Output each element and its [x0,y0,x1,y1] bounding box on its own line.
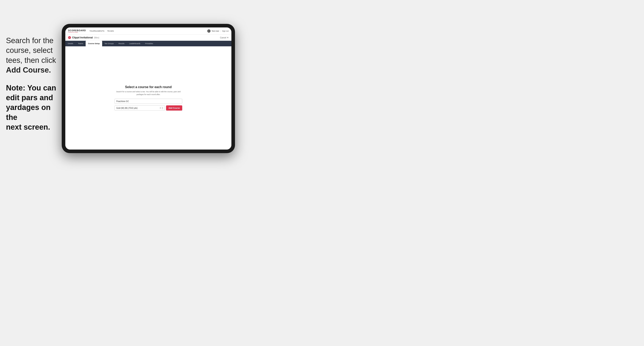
tournament-name: Clippd Invitational [72,36,93,39]
tab-printables[interactable]: Printables [143,41,156,46]
tab-teams[interactable]: Teams [76,41,86,46]
tournament-header: C Clippd Invitational (Men) Cancel ✕ [65,35,232,41]
tab-tee-groups[interactable]: Tee Groups [102,41,116,46]
tee-select-text: Gold (M) (M) (7010 yds) [116,107,160,109]
tee-arrow-down[interactable]: ▼ [162,108,163,109]
tournament-title: C Clippd Invitational (Men) [68,36,99,39]
user-name: Test User [212,30,219,32]
annotation-bold: Add Course. [6,66,51,74]
tab-results[interactable]: Results [116,41,127,46]
course-section: Select a course for each round Search fo… [114,85,182,111]
tee-arrows: ▲ ▼ [162,107,163,109]
top-nav: SCOREBOARD Powered by clippd TOURNAMENTS… [65,27,232,35]
tablet-device: SCOREBOARD Powered by clippd TOURNAMENTS… [62,24,235,153]
sign-out-link[interactable]: Sign out [222,30,228,32]
add-course-button[interactable]: Add Course [166,105,182,111]
logo-sub: Powered by clippd [68,32,86,33]
course-search-input[interactable] [114,99,182,104]
main-content: Select a course for each round Search fo… [65,46,232,150]
nav-links: TOURNAMENTS TEAMS [90,30,207,32]
user-area: U Test User | Sign out [207,29,228,33]
tab-leaderboards[interactable]: Leaderboards [127,41,143,46]
nav-teams[interactable]: TEAMS [107,30,114,32]
tab-bar: Details Teams Course Setup Tee Groups Re… [65,41,232,46]
tab-details[interactable]: Details [65,41,76,46]
section-title: Select a course for each round [125,85,172,89]
section-description: Search for a course and select a tee. Yo… [114,90,182,96]
tournament-logo: C [68,36,71,39]
cancel-button[interactable]: Cancel ✕ [220,36,228,39]
tee-arrow-up[interactable]: ▲ [162,107,163,108]
tablet-screen: SCOREBOARD Powered by clippd TOURNAMENTS… [65,27,232,150]
annotation-area: Search for thecourse, selecttees, then c… [6,36,62,132]
tee-select-controls: ✕ ▲ ▼ [160,107,163,109]
annotation-text: Search for thecourse, selecttees, then c… [6,36,62,75]
tournament-gender: (Men) [94,37,99,39]
tee-select[interactable]: Gold (M) (M) (7010 yds) ✕ ▲ ▼ [114,105,165,111]
nav-tournaments[interactable]: TOURNAMENTS [90,30,104,32]
logo-text: SCOREBOARD [68,29,86,32]
annotation-note: Note: You can edit pars and yardages on … [6,83,62,132]
separator: | [220,30,221,32]
logo: SCOREBOARD Powered by clippd [68,29,86,33]
tee-select-row: Gold (M) (M) (7010 yds) ✕ ▲ ▼ Add Course [114,105,182,111]
tab-course-setup[interactable]: Course Setup [86,41,102,46]
user-avatar: U [207,29,210,33]
tee-clear-icon[interactable]: ✕ [160,107,161,109]
